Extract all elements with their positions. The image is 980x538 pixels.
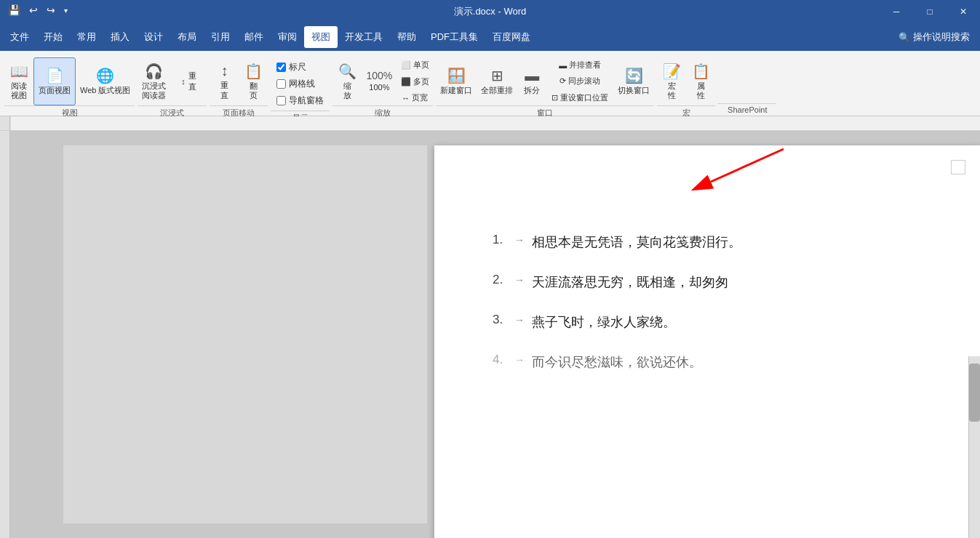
turn-page-button[interactable]: 📋 翻页 <box>239 57 268 105</box>
quick-access-toolbar: 💾 ↩ ↪ ▾ <box>6 3 70 17</box>
menu-layout[interactable]: 布局 <box>170 26 204 48</box>
sync-scroll-button[interactable]: ⟳ 同步滚动 <box>548 73 612 89</box>
list-num-3: 3. <box>493 313 514 327</box>
web-view-icon: 🌐 <box>96 67 114 84</box>
ribbon-group-zoom: 🔍 缩放 100% 100% ⬜ 单页 ⬛ 多页 ↔ 页宽 <box>332 57 433 116</box>
menu-reference[interactable]: 引用 <box>204 26 237 48</box>
page-width-icon: ↔ <box>402 94 410 103</box>
single-page-icon: ⬜ <box>401 60 411 70</box>
list-arrow-1: → <box>514 233 532 246</box>
ruler-svg <box>10 116 980 130</box>
turn-page-icon: 📋 <box>244 63 263 80</box>
list-text-1: 相思本是无凭语，莫向花笺费泪行。 <box>532 233 741 252</box>
list-item: 1. → 相思本是无凭语，莫向花笺费泪行。 <box>493 233 936 252</box>
zoom-100-button[interactable]: 100% 100% <box>362 57 397 105</box>
ruler-label: 标尺 <box>289 61 306 73</box>
zoom-button[interactable]: 🔍 缩放 <box>332 57 362 105</box>
scroll-thumb[interactable] <box>969 364 980 422</box>
ribbon-group-macro: 📝 宏性 📋 属性 宏 <box>657 57 715 116</box>
macro-button[interactable]: 📝 宏性 <box>657 57 686 105</box>
ribbon-group-sharepoint: SharePoint <box>718 57 776 116</box>
macro-icon: 📝 <box>663 63 681 80</box>
menu-view[interactable]: 视图 <box>304 26 338 48</box>
reset-position-button[interactable]: ⊡ 重设窗口位置 <box>548 90 612 105</box>
menu-mail[interactable]: 邮件 <box>237 26 271 48</box>
zoom-100-icon: 100% <box>366 70 392 81</box>
menu-insert[interactable]: 插入 <box>103 26 137 48</box>
undo-icon[interactable]: ↩ <box>27 3 40 17</box>
list-item: 3. → 燕子飞时，绿水人家绕。 <box>493 313 936 332</box>
title-text: 演示.docx - Word <box>454 5 526 18</box>
list-arrow-4: → <box>514 353 532 366</box>
ruler-checkbox[interactable] <box>276 63 286 72</box>
split-button[interactable]: ▬ 拆分 <box>517 57 546 105</box>
split-icon: ▬ <box>525 68 539 84</box>
list-arrow-2: → <box>514 273 532 286</box>
navpane-label: 导航窗格 <box>289 95 324 107</box>
new-window-button[interactable]: 🪟 新建窗口 <box>436 57 477 105</box>
document-area: 1. → 相思本是无凭语，莫向花笺费泪行。 2. → 天涯流落思无穷，既相逢，却… <box>10 131 980 538</box>
menu-file[interactable]: 文件 <box>3 26 36 48</box>
ruler-left-margin <box>0 116 10 130</box>
menu-design[interactable]: 设计 <box>137 26 170 48</box>
gridlines-checkbox[interactable] <box>276 79 286 89</box>
svg-line-3 <box>711 149 784 182</box>
menu-help[interactable]: 帮助 <box>390 26 423 48</box>
side-by-side-button[interactable]: ▬ 并排查看 <box>548 57 612 73</box>
menu-pdf[interactable]: PDF工具集 <box>423 26 485 48</box>
close-button[interactable]: ✕ <box>947 0 980 23</box>
arrange-all-button[interactable]: ⊞ 全部重排 <box>477 57 517 105</box>
main-area: 1. → 相思本是无凭语，莫向花笺费泪行。 2. → 天涯流落思无穷，既相逢，却… <box>0 131 980 538</box>
single-page-button[interactable]: ⬜ 单页 <box>397 57 433 73</box>
ruler <box>0 116 980 131</box>
list-text-4: 而今识尽愁滋味，欲说还休。 <box>532 353 702 372</box>
menu-search[interactable]: 🔍 操作说明搜索 <box>891 26 977 48</box>
reset-vertical-icon: ↕ <box>181 77 186 86</box>
right-scrollbar[interactable] <box>968 356 980 538</box>
web-view-button[interactable]: 🌐 Web 版式视图 <box>76 57 135 105</box>
list-item: 2. → 天涯流落思无穷，既相逢，却匆匆 <box>493 273 936 292</box>
menu-start[interactable]: 开始 <box>36 26 70 48</box>
list-num-4: 4. <box>493 353 514 367</box>
more-icon[interactable]: ▾ <box>62 5 70 16</box>
page-view-icon: 📄 <box>46 67 64 84</box>
page-view-button[interactable]: 📄 页面视图 <box>33 57 76 105</box>
ruler-checkbox-label[interactable]: 标尺 <box>276 60 324 74</box>
page-right[interactable]: 1. → 相思本是无凭语，莫向花笺费泪行。 2. → 天涯流落思无穷，既相逢，却… <box>434 145 980 538</box>
navpane-checkbox-label[interactable]: 导航窗格 <box>276 94 324 108</box>
list-item: 4. → 而今识尽愁滋味，欲说还休。 <box>493 353 936 372</box>
properties-button[interactable]: 📋 属性 <box>686 57 715 105</box>
list-num-1: 1. <box>493 233 514 247</box>
immersive-reader-button[interactable]: 🎧 沉浸式阅读器 <box>138 57 170 105</box>
switch-window-icon: 🔄 <box>625 67 643 84</box>
redo-icon[interactable]: ↪ <box>44 3 57 17</box>
document-list: 1. → 相思本是无凭语，莫向花笺费泪行。 2. → 天涯流落思无穷，既相逢，却… <box>493 233 936 372</box>
menu-review[interactable]: 审阅 <box>271 26 304 48</box>
save-icon[interactable]: 💾 <box>6 3 23 17</box>
reset-vertical-button[interactable]: ↕ 重直 <box>170 71 207 92</box>
page-left <box>63 145 427 523</box>
ribbon-group-immersive: 🎧 沉浸式阅读器 ↕ 重直 沉浸式 <box>138 57 207 116</box>
menu-devtools[interactable]: 开发工具 <box>338 26 390 48</box>
menu-baidu[interactable]: 百度网盘 <box>485 26 538 48</box>
read-view-button[interactable]: 📖 阅读视图 <box>4 57 33 105</box>
multi-page-icon: ⬛ <box>401 77 411 87</box>
ruler-main <box>10 116 980 130</box>
ribbon-group-window: 🪟 新建窗口 ⊞ 全部重排 ▬ 拆分 ▬ 并排查看 ⟳ 同步滚动 <box>436 57 654 116</box>
sync-scroll-icon: ⟳ <box>559 76 566 86</box>
multi-page-button[interactable]: ⬛ 多页 <box>397 74 433 89</box>
list-text-2: 天涯流落思无穷，既相逢，却匆匆 <box>532 273 728 292</box>
navpane-checkbox[interactable] <box>276 96 286 105</box>
zoom-icon: 🔍 <box>338 63 356 80</box>
gridlines-label: 网格线 <box>289 78 315 90</box>
maximize-button[interactable]: □ <box>913 0 947 23</box>
page-width-button[interactable]: ↔ 页宽 <box>397 90 433 105</box>
flip-page-button[interactable]: ↕ 重直 <box>210 57 239 105</box>
search-icon: 🔍 <box>899 32 910 43</box>
menu-common[interactable]: 常用 <box>70 26 103 48</box>
sharepoint-group-label: SharePoint <box>718 103 776 116</box>
minimize-button[interactable]: ─ <box>880 0 913 23</box>
ribbon-group-show: 标尺 网格线 导航窗格 显示 <box>271 57 330 116</box>
switch-window-button[interactable]: 🔄 切换窗口 <box>613 57 654 105</box>
gridlines-checkbox-label[interactable]: 网格线 <box>276 77 324 91</box>
